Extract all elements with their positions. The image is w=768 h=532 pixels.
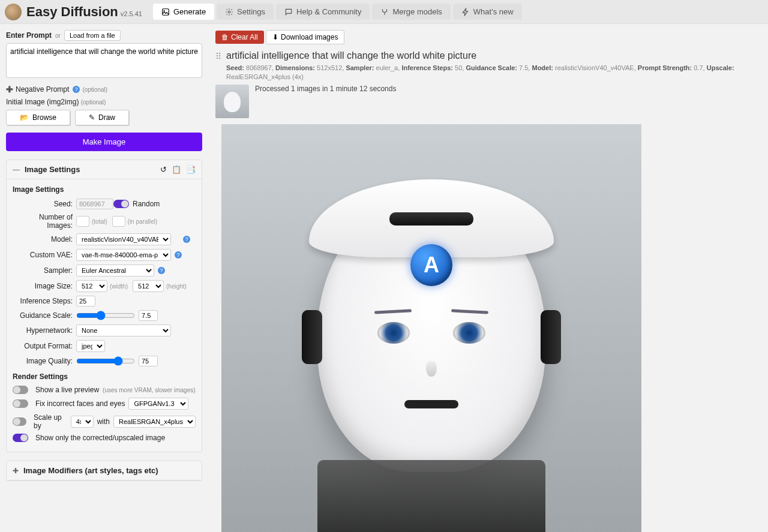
trash-icon: 🗑: [221, 33, 229, 41]
vae-label: Custom VAE:: [13, 251, 73, 259]
browse-button[interactable]: 📂 Browse: [6, 110, 70, 125]
num-images-label: Number of Images:: [13, 213, 73, 230]
download-icon: ⬇: [272, 33, 278, 41]
svg-point-1: [163, 10, 164, 11]
size-label: Image Size:: [13, 282, 73, 290]
optional-text: (optional): [82, 86, 107, 93]
initial-image-label: Initial Image (img2img): [6, 98, 79, 106]
format-select[interactable]: jpeg: [76, 340, 105, 352]
or-text: or: [55, 32, 61, 39]
model-select[interactable]: realisticVisionV40_v40VAE: [76, 233, 171, 245]
vae-select[interactable]: vae-ft-mse-840000-ema-pruned: [76, 249, 171, 261]
prompt-input[interactable]: [6, 43, 202, 78]
svg-rect-0: [163, 8, 169, 15]
seed-input[interactable]: [76, 199, 113, 209]
result-thumbnail[interactable]: [215, 85, 249, 118]
generated-image[interactable]: A: [221, 124, 641, 532]
drag-handle-icon[interactable]: ⠿: [215, 50, 221, 61]
hypernetwork-select[interactable]: None: [76, 324, 171, 336]
guidance-slider[interactable]: [76, 311, 135, 320]
scale-with-text: with: [97, 417, 110, 426]
render-settings-heading: Render Settings: [13, 372, 196, 381]
show-upscaled-label: Show only the corrected/upscaled image: [35, 434, 165, 442]
collapse-icon[interactable]: —: [13, 166, 20, 174]
copy-icon[interactable]: 📋: [172, 165, 181, 174]
live-preview-toggle[interactable]: [13, 386, 28, 394]
app-version: v2.5.41: [121, 10, 142, 17]
seed-label: Seed:: [13, 200, 73, 208]
fix-faces-label: Fix incorrect faces and eyes: [35, 399, 125, 408]
tab-whats-new[interactable]: What's new: [453, 4, 522, 20]
parallel-images-input[interactable]: [112, 216, 125, 227]
tab-settings[interactable]: Settings: [217, 4, 274, 20]
help-icon[interactable]: ?: [183, 236, 190, 243]
draw-button[interactable]: ✎ Draw: [75, 110, 129, 125]
guidance-input[interactable]: [139, 310, 158, 321]
prompt-label: Enter Prompt: [6, 31, 52, 40]
folder-icon: 📂: [20, 113, 29, 122]
tab-generate[interactable]: Generate: [153, 4, 214, 20]
pencil-icon: ✎: [89, 113, 95, 122]
quality-slider[interactable]: [76, 356, 135, 366]
expand-icon[interactable]: ✚: [13, 467, 19, 475]
tab-help[interactable]: Help & Community: [276, 4, 370, 20]
live-preview-label: Show a live preview: [35, 386, 99, 394]
tab-label: Help & Community: [296, 7, 361, 16]
make-image-button[interactable]: Make Image: [6, 133, 202, 151]
tab-label: Settings: [237, 7, 265, 16]
hypernet-label: Hypernetwork:: [13, 326, 73, 335]
live-preview-hint: (uses more VRAM, slower images): [103, 387, 195, 393]
width-select[interactable]: 512 (*): [76, 280, 107, 292]
help-icon[interactable]: ?: [73, 86, 80, 93]
undo-icon[interactable]: ↺: [160, 165, 167, 174]
total-hint: (total): [92, 218, 107, 225]
fix-faces-toggle[interactable]: [13, 399, 28, 408]
model-label: Model:: [13, 235, 73, 244]
tab-label: What's new: [473, 7, 514, 16]
negative-prompt-label[interactable]: Negative Prompt: [16, 85, 69, 94]
help-icon[interactable]: ?: [175, 251, 182, 259]
gear-icon: [225, 8, 233, 16]
help-icon[interactable]: ?: [158, 267, 165, 274]
app-title: Easy Diffusion: [26, 4, 118, 20]
chat-icon: [284, 8, 293, 16]
paste-icon[interactable]: 📑: [186, 165, 196, 174]
steps-label: Inference Steps:: [13, 297, 73, 305]
image-icon: [161, 8, 170, 16]
steps-input[interactable]: [76, 296, 95, 306]
download-images-button[interactable]: ⬇ Download images: [266, 30, 344, 44]
scale-up-label: Scale up by: [34, 413, 67, 430]
tab-merge[interactable]: Merge models: [372, 4, 450, 20]
scale-up-toggle[interactable]: [13, 417, 26, 426]
height-hint: (height): [166, 283, 187, 290]
result-meta-line: Seed: 8068967, Dimensions: 512x512, Samp…: [226, 64, 761, 82]
processed-text: Processed 1 images in 1 minute 12 second…: [255, 85, 396, 93]
panel-title: Image Settings: [25, 165, 160, 174]
tab-label: Generate: [173, 7, 206, 16]
guidance-label: Guidance Scale:: [13, 311, 73, 320]
random-label: Random: [133, 200, 160, 208]
fix-faces-model-select[interactable]: GFPGANv1.3: [128, 398, 188, 410]
merge-icon: [380, 8, 389, 16]
app-logo-icon: [5, 4, 22, 20]
parallel-hint: (in parallel): [128, 218, 157, 225]
quality-input[interactable]: [139, 356, 158, 366]
random-seed-toggle[interactable]: [113, 200, 129, 208]
sampler-select[interactable]: Euler Ancestral: [76, 265, 154, 276]
svg-point-2: [228, 11, 230, 13]
plus-icon[interactable]: ✚: [6, 85, 13, 94]
height-select[interactable]: 512 (*): [133, 280, 164, 292]
image-modifiers-title[interactable]: Image Modifiers (art styles, tags etc): [23, 466, 196, 475]
format-label: Output Format:: [13, 342, 73, 350]
width-hint: (width): [110, 283, 128, 290]
scale-factor-select[interactable]: 4x: [71, 416, 94, 428]
show-upscaled-toggle[interactable]: [13, 434, 28, 442]
sampler-label: Sampler:: [13, 266, 73, 275]
bolt-icon: [461, 8, 470, 16]
scale-model-select[interactable]: RealESRGAN_x4plus: [113, 416, 196, 428]
optional-text: (optional): [81, 99, 106, 106]
forehead-badge: A: [410, 244, 452, 286]
clear-all-button[interactable]: 🗑 Clear All: [215, 31, 264, 44]
total-images-input[interactable]: [76, 216, 89, 227]
load-from-file-button[interactable]: Load from a file: [64, 30, 121, 41]
